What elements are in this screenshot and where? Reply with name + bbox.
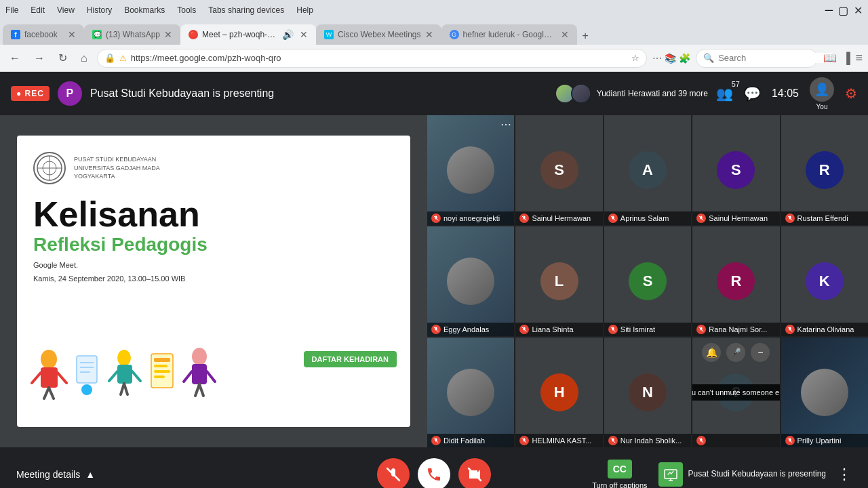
bookmark-icon[interactable]: ☆ [631,53,639,63]
search-input[interactable] [718,53,832,63]
mic-muted-icon [785,214,795,223]
participant-name: Sainul Hermawan [532,214,591,222]
tab-facebook[interactable]: f facebook ✕ [3,24,84,45]
google-favicon: G [450,30,459,39]
sidebar-icon[interactable]: ▐ [842,52,850,64]
participant-avatar: H [540,373,578,411]
svg-rect-27 [192,364,207,384]
minus-icon: − [751,343,770,362]
address-bar[interactable]: 🔒 ⚠ https://meet.google.com/pzh-woqh-qro… [97,49,647,68]
menu-tools[interactable]: Tools [177,5,196,15]
menu-file[interactable]: File [5,5,18,15]
mic-muted-icon [785,325,795,334]
participant-tile: SSiti Ismirat [604,226,691,336]
top-participant-text: Yudianti Herawati and 39 more [597,89,708,98]
close-btn[interactable]: ✕ [854,4,863,17]
minimize-btn[interactable]: ─ [825,4,833,17]
camera-btn[interactable] [458,458,491,488]
slide-header: PUSAT STUDI KEBUDAYAAN UNIVERSITAS GADJA… [33,152,394,184]
slide-subtitle: Refleksi Pedagogis [33,234,208,256]
extensions-icon[interactable]: 🧩 [679,53,690,64]
forward-btn[interactable]: → [30,49,49,67]
add-tab-btn[interactable]: + [577,27,594,45]
menu-tabs-sharing[interactable]: Tabs sharing devices [208,5,284,15]
menu-history[interactable]: History [87,5,112,15]
tab-meet-close[interactable]: ✕ [300,29,308,40]
menu-help[interactable]: Help [296,5,313,15]
meeting-details-btn[interactable]: Meeting details ▲ [16,469,95,480]
tab-google[interactable]: G hefner luderuk - Google Search ✕ [441,24,577,45]
svg-line-29 [207,371,215,382]
svg-point-26 [192,348,207,365]
participant-name: Sainul Hermawan [709,214,768,222]
participant-name: Aprinus Salam [620,214,669,222]
you-label: You [816,103,828,110]
captions-btn[interactable]: CC Turn off captions [592,460,647,488]
bell-icon: 🔔 [702,343,721,362]
menu-view[interactable]: View [57,5,75,15]
mic-muted-icon [696,436,706,445]
presenting-btn[interactable]: Pusat Studi Kebudayaan is presenting [658,462,826,487]
more-options-btn[interactable]: ⋮ [837,466,852,483]
mic-muted-icon [608,325,618,334]
tab-meet[interactable]: 🔴 Meet – pzh-woqh-qro 🔊 ✕ [180,24,316,45]
svg-rect-10 [77,356,97,383]
participant-count: 57 [732,80,740,88]
svg-rect-25 [154,375,165,378]
svg-rect-22 [154,358,170,362]
participants-info: Yudianti Herawati and 39 more [559,83,708,104]
menu-bookmarks[interactable]: Bookmarks [124,5,165,15]
tab-whatsapp-close[interactable]: ✕ [164,29,172,40]
bottom-right: CC Turn off captions Pusat Studi Kebuday… [592,460,852,488]
participant-tile: Prilly Upartini [781,338,868,447]
browser-menu-icon[interactable]: ≡ [855,51,863,65]
tab-meet-title: Meet – pzh-woqh-qro [202,30,276,39]
tab-facebook-title: facebook [24,30,64,39]
chat-icon[interactable]: 💬 [744,85,761,102]
tab-facebook-close[interactable]: ✕ [68,29,76,40]
lock-icon: 🔒 [104,53,115,63]
tab-webex-close[interactable]: ✕ [425,29,433,40]
people-icon: 👥 [716,86,733,101]
slide-org: PUSAT STUDI KEBUDAYAAN UNIVERSITAS GADJA… [74,155,160,181]
mic-muted-icon [431,325,441,334]
more-tools-icon[interactable]: ⋯ [652,53,662,64]
you-avatar: 👤 [810,77,834,102]
svg-line-18 [132,371,140,381]
back-btn[interactable]: ← [5,49,24,67]
menu-edit[interactable]: Edit [31,5,45,15]
participants-avatars [559,83,591,104]
meet-favicon: 🔴 [189,30,198,39]
presenting-text: Pusat Studi Kebudayaan is presenting [688,469,826,480]
participant-avatar: L [540,262,578,300]
tab-google-close[interactable]: ✕ [561,29,569,40]
mute-btn[interactable] [377,458,410,488]
toolbar-icons: ⋯ 📚 🧩 [652,53,690,64]
search-bar[interactable]: 🔍 [696,49,818,68]
time-display: 14:05 [772,87,799,100]
svg-rect-16 [117,365,132,384]
tab-whatsapp[interactable]: 💬 (13) WhatsApp ✕ [84,24,180,45]
end-call-btn[interactable] [418,458,450,488]
participant-name-bar: Aprinus Salam [604,211,691,225]
reload-btn[interactable]: ↻ [54,49,71,67]
participant-name-bar: Liana Shinta [515,323,602,336]
reading-list-icon[interactable]: 📖 [823,52,837,64]
tab-webex[interactable]: W Cisco Webex Meetings ✕ [316,24,441,45]
participant-tile: LLiana Shinta [515,226,602,336]
presenter-text: Pusat Studi Kebudayaan is presenting [90,87,551,100]
tab-google-title: hefner luderuk - Google Search [463,30,557,39]
bookmarks-icon[interactable]: 📚 [665,53,676,64]
you-area: 👤 You [810,77,834,110]
home-btn[interactable]: ⌂ [77,49,92,67]
participant-name: Liana Shinta [532,325,573,333]
maximize-btn[interactable]: ▢ [838,4,848,17]
participant-options-btn[interactable]: ⋯ [500,118,511,131]
settings-icon[interactable]: ⚙ [845,85,857,102]
participants-count-area[interactable]: 👥 57 [716,85,733,102]
browser-titlebar: File Edit View History Bookmarks Tools T… [0,0,868,20]
participant-name: Rustam Effendi [797,214,848,222]
svg-point-15 [117,350,131,366]
mic-muted-icon [519,325,529,334]
participant-name-bar [692,434,779,447]
